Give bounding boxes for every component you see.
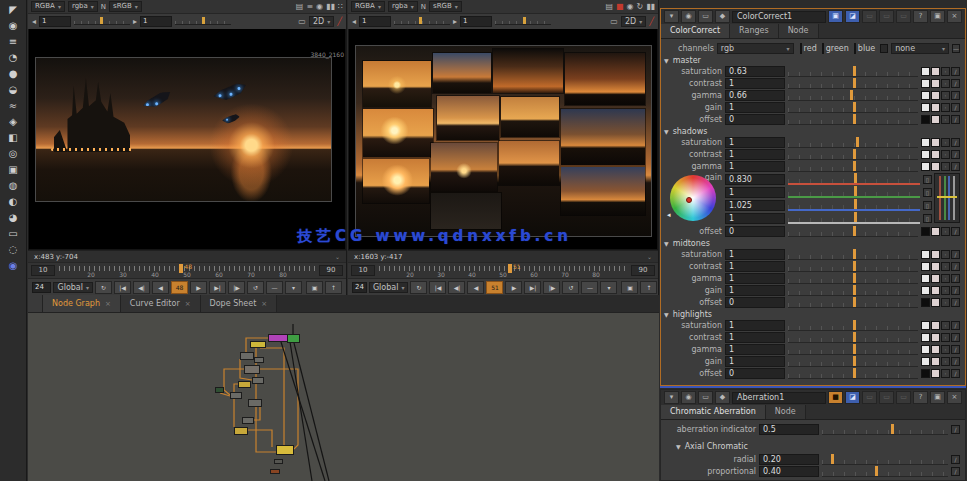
- channel-button[interactable]: ▯: [923, 175, 932, 184]
- panel-header-button[interactable]: ▭: [698, 10, 713, 23]
- slider-handle[interactable]: [853, 249, 856, 259]
- channel-dropdown[interactable]: RGBA▾: [31, 1, 65, 12]
- channel-button[interactable]: ▯: [923, 214, 932, 223]
- color-swatch[interactable]: [921, 227, 930, 236]
- curve-button[interactable]: ∕: [951, 274, 960, 283]
- transport-button[interactable]: —: [581, 281, 598, 294]
- slider-handle[interactable]: [854, 212, 857, 222]
- value-field[interactable]: 0.66: [725, 90, 785, 101]
- gain-slider[interactable]: [394, 19, 450, 25]
- transport-button[interactable]: |▶: [543, 281, 560, 294]
- channel-checkbox-blue[interactable]: [854, 43, 856, 54]
- value-field[interactable]: 0.40: [759, 466, 819, 477]
- slider-track[interactable]: [788, 285, 918, 296]
- colorwheel-swatch[interactable]: [931, 150, 940, 159]
- close-icon[interactable]: ×: [261, 300, 267, 308]
- tab-node[interactable]: Node: [766, 405, 806, 419]
- panel-corner[interactable]: [28, 295, 43, 312]
- close-icon[interactable]: ×: [185, 300, 191, 308]
- node-name-field[interactable]: Aberration1: [732, 392, 826, 404]
- prev-icon[interactable]: ◂: [352, 16, 356, 28]
- channels-dropdown[interactable]: rgb▾: [717, 43, 794, 54]
- colorwheel-swatch[interactable]: [931, 369, 940, 378]
- curve-button[interactable]: ∕: [951, 333, 960, 342]
- keyer-icon[interactable]: ◈: [3, 115, 23, 129]
- color-wheel-cursor[interactable]: [686, 197, 692, 203]
- playhead[interactable]: 51: [508, 264, 512, 273]
- slider-handle[interactable]: [856, 137, 859, 147]
- viewer-lut-dropdown[interactable]: sRGB▾: [109, 1, 142, 12]
- slider-track[interactable]: [788, 226, 918, 237]
- current-frame-field[interactable]: 48: [171, 281, 188, 294]
- panel-separator[interactable]: [660, 386, 966, 388]
- colorwheel-swatch[interactable]: [931, 115, 940, 124]
- value-field[interactable]: 0.20: [759, 454, 819, 465]
- slider-handle[interactable]: [853, 261, 856, 271]
- slider-handle[interactable]: [854, 173, 857, 183]
- curve-button[interactable]: ∕: [951, 103, 960, 112]
- deep-icon[interactable]: ◐: [3, 195, 23, 209]
- animation-menu-button[interactable]: ·: [941, 262, 950, 271]
- slider-handle[interactable]: [853, 149, 856, 159]
- graph-node[interactable]: [274, 459, 283, 464]
- range-mode-dropdown[interactable]: Global▾: [53, 282, 93, 293]
- colorwheel-swatch[interactable]: [931, 286, 940, 295]
- slider-handle[interactable]: [853, 102, 856, 112]
- tab-curve-editor[interactable]: Curve Editor×: [121, 295, 201, 312]
- channel-value-field[interactable]: 0.830: [725, 174, 785, 185]
- panel-window-button[interactable]: ×: [947, 10, 962, 23]
- fps-field[interactable]: 24: [32, 282, 51, 293]
- animation-menu-button[interactable]: ·: [941, 138, 950, 147]
- graph-node[interactable]: [254, 357, 264, 363]
- slider-track[interactable]: [788, 149, 918, 160]
- gain-field[interactable]: 1: [359, 16, 391, 27]
- value-field[interactable]: 1: [725, 137, 785, 148]
- mask-dropdown[interactable]: none▾: [891, 43, 949, 54]
- range-out-field[interactable]: 90: [319, 265, 343, 276]
- viewer-toolbar-icon[interactable]: ▮▮: [646, 2, 655, 11]
- animation-menu-button[interactable]: ·: [941, 91, 950, 100]
- colorwheel-swatch[interactable]: [931, 357, 940, 366]
- slider-track[interactable]: [788, 356, 918, 367]
- slider-track[interactable]: [788, 297, 918, 308]
- colorwheel-swatch[interactable]: [931, 227, 940, 236]
- transport-button[interactable]: |◀: [114, 281, 131, 294]
- tab-dope-sheet[interactable]: Dope Sheet×: [201, 295, 278, 312]
- viewer-left-image-area[interactable]: 3840_2160: [28, 29, 346, 250]
- value-field[interactable]: 1: [725, 149, 785, 160]
- value-field[interactable]: 1: [725, 344, 785, 355]
- channel-icon[interactable]: ●: [3, 67, 23, 81]
- tab-chromatic-aberration[interactable]: Chromatic Aberration: [661, 405, 766, 419]
- value-field[interactable]: 1: [725, 261, 785, 272]
- value-field[interactable]: 1: [725, 249, 785, 260]
- curve-button[interactable]: ∕: [951, 357, 960, 366]
- graph-node[interactable]: [240, 352, 254, 360]
- graph-node[interactable]: [248, 399, 262, 407]
- slider-track[interactable]: [822, 466, 948, 477]
- curve-button[interactable]: ∕: [951, 345, 960, 354]
- transport-button[interactable]: |▶: [228, 281, 245, 294]
- color-swatch[interactable]: [921, 333, 930, 342]
- color-swatch[interactable]: [921, 274, 930, 283]
- slider-track[interactable]: [788, 66, 918, 77]
- value-field[interactable]: 1: [725, 320, 785, 331]
- mask-invert-button[interactable]: —: [952, 44, 960, 53]
- tab-colorcorrect[interactable]: ColorCorrect: [661, 24, 730, 38]
- transport-button[interactable]: ▶: [190, 281, 207, 294]
- animation-menu-button[interactable]: ·: [941, 357, 950, 366]
- transport-button[interactable]: ◀: [467, 281, 484, 294]
- colorwheel-swatch[interactable]: [931, 138, 940, 147]
- color-swatch[interactable]: [921, 115, 930, 124]
- animation-menu-button[interactable]: ·: [941, 115, 950, 124]
- node-graph-canvas[interactable]: [28, 312, 659, 481]
- graph-node[interactable]: [230, 392, 242, 399]
- transport-button[interactable]: ↻: [95, 281, 112, 294]
- chevron-down-icon[interactable]: ⌄: [647, 253, 652, 260]
- colorwheel-swatch[interactable]: [931, 67, 940, 76]
- colorwheel-swatch[interactable]: [931, 250, 940, 259]
- next-icon[interactable]: ▸: [133, 16, 137, 28]
- transport-button[interactable]: |◀: [429, 281, 446, 294]
- gamma-field[interactable]: 1: [140, 16, 172, 27]
- channel-checkbox-green[interactable]: [822, 43, 824, 54]
- timeline-track[interactable]: 2030405060708048: [59, 264, 315, 277]
